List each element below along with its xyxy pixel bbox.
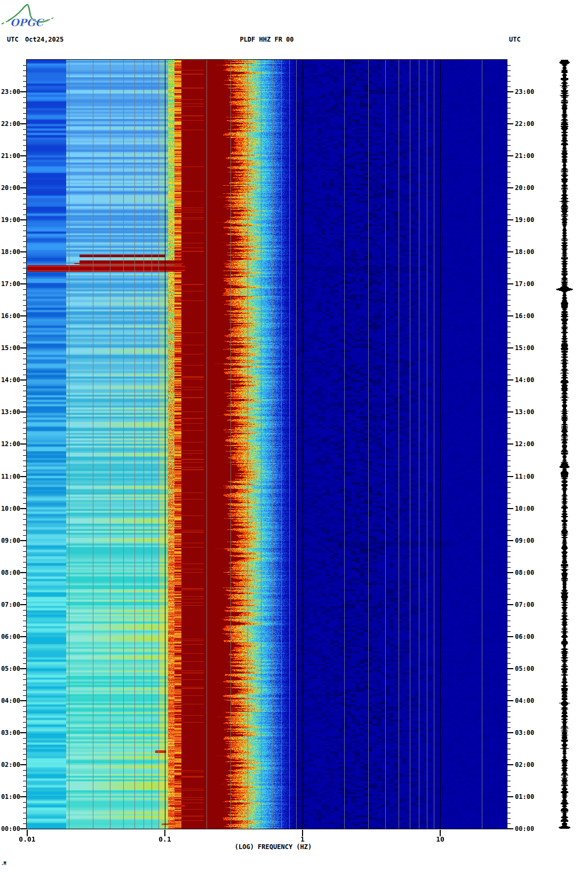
time-tick-right [507,172,511,172]
time-tick-left [23,642,27,643]
time-tick-right [507,215,511,215]
time-tick-right [507,375,511,375]
time-tick-right [507,81,511,82]
time-tick-right [507,498,511,498]
time-tick-left [23,759,27,760]
time-tick-left [23,102,27,103]
utc-label-left: UTC [7,36,19,43]
time-tick-right [507,353,511,354]
time-tick-right [507,359,511,359]
time-tick-left [23,375,27,375]
time-label-right: 18:00 [515,248,538,256]
time-label-right: 01:00 [515,793,538,800]
time-tick-right [507,668,513,669]
time-tick-left [23,818,27,819]
time-tick-right [507,423,511,423]
time-tick-right [507,461,511,461]
freq-tick-label: 1 [285,836,320,843]
time-label-left: 01:00 [0,793,20,800]
time-tick-left [23,417,27,418]
time-tick-right [507,818,511,819]
time-tick-right [507,466,511,466]
time-tick-left [23,76,27,76]
time-tick-left [20,123,27,124]
time-tick-left [23,273,27,274]
time-tick-left [23,97,27,98]
time-tick-right [507,443,513,445]
time-tick-left [23,300,27,300]
time-tick-right [507,455,511,456]
time-tick-left [23,177,27,178]
time-tick-right [507,263,511,263]
time-tick-left [23,353,27,354]
time-tick-left [20,700,27,701]
time-tick-right [507,578,511,578]
time-tick-left [23,140,27,140]
time-tick-right [507,343,511,343]
time-tick-right [507,123,513,124]
time-tick-right [507,332,511,332]
time-label-left: 04:00 [0,697,20,704]
time-tick-left [23,775,27,776]
time-tick-left [23,791,27,792]
time-tick-right [507,311,511,311]
time-tick-left [20,796,27,797]
time-tick-right [507,289,511,290]
time-tick-left [23,407,27,407]
time-tick-left [23,663,27,664]
time-tick-left [20,668,27,669]
time-tick-right [507,155,513,156]
time-tick-right [507,76,511,76]
time-tick-right [507,599,511,600]
time-tick-left [23,364,27,364]
time-tick-left [23,813,27,813]
time-tick-right [507,562,511,562]
time-tick-left [23,401,27,402]
time-tick-left [23,749,27,749]
time-tick-right [507,113,511,114]
time-tick-right [507,679,511,680]
time-tick-right [507,493,511,493]
time-tick-right [507,219,513,220]
time-tick-left [23,359,27,359]
time-label-left: 08:00 [0,569,20,576]
time-tick-left [23,236,27,236]
time-label-left: 16:00 [0,312,20,320]
time-label-right: 09:00 [515,537,538,544]
time-tick-left [20,443,27,445]
time-tick-left [23,823,27,824]
time-tick-right [507,764,513,765]
time-label-left: 12:00 [0,440,20,448]
time-tick-right [507,91,513,92]
time-tick-right [507,193,511,194]
time-tick-right [507,722,511,723]
time-tick-right [507,525,511,525]
time-tick-right [507,102,511,103]
time-tick-left [23,658,27,659]
corner-artifact-text: .M [1,862,6,866]
time-tick-right [507,177,511,178]
time-tick-left [23,615,27,616]
time-tick-left [23,327,27,327]
time-tick-left [23,754,27,755]
time-tick-left [23,247,27,247]
time-tick-left [23,525,27,525]
time-tick-left [23,471,27,472]
time-tick-left [23,802,27,803]
time-label-right: 05:00 [515,665,538,672]
time-tick-right [507,273,511,274]
time-tick-right [507,802,511,803]
time-tick-right [507,823,511,824]
time-tick-left [23,578,27,578]
time-tick-left [23,626,27,627]
time-tick-left [20,219,27,220]
time-tick-left [23,241,27,242]
time-tick-left [23,487,27,488]
time-tick-right [507,636,513,637]
time-tick-left [23,215,27,215]
time-tick-right [507,535,511,536]
time-tick-left [23,770,27,771]
time-tick-right [507,315,513,316]
time-tick-left [23,493,27,493]
time-tick-right [507,647,511,648]
